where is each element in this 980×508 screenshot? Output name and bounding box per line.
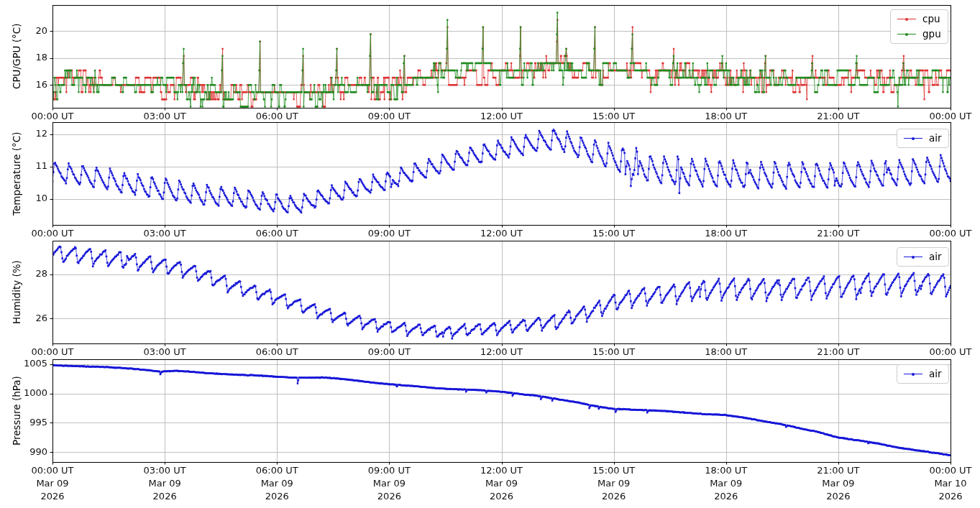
legend-entry-air: air: [904, 367, 942, 381]
legend-label-air: air: [929, 250, 942, 264]
legend-line-air: [904, 257, 922, 257]
legend-marker-cpu-icon: [905, 18, 909, 22]
legend-entry-air: air: [904, 250, 942, 264]
legend-label-air: air: [929, 367, 942, 381]
legend-entry-gpu: gpu: [897, 27, 941, 41]
legend-label-cpu: cpu: [922, 12, 940, 26]
y-axis-label-humidity: Humidity (%): [11, 241, 27, 343]
legend-temperature: air: [897, 129, 949, 148]
legend-label-gpu: gpu: [922, 27, 941, 41]
chart-canvas: [0, 0, 980, 508]
legend-entry-cpu: cpu: [897, 12, 941, 26]
y-axis-label-pressure: Pressure (hPa): [11, 359, 27, 462]
legend-marker-air-icon: [912, 256, 915, 259]
legend-line-gpu: [897, 34, 916, 34]
legend-marker-air-icon: [912, 373, 915, 377]
legend-line-air: [904, 138, 922, 139]
legend-marker-air-icon: [912, 137, 915, 141]
legend-marker-gpu-icon: [905, 33, 909, 37]
y-axis-label-temperature: Temperature (°C): [11, 122, 27, 225]
figure: CPU/GPU (°C) Temperature (°C) Humidity (…: [0, 0, 980, 508]
legend-pressure: air: [897, 364, 949, 384]
legend-entry-air: air: [904, 131, 942, 145]
legend-line-cpu: [897, 19, 916, 19]
y-axis-label-cpu-gpu: CPU/GPU (°C): [11, 5, 27, 108]
legend-line-air: [904, 374, 922, 374]
legend-label-air: air: [929, 131, 942, 145]
legend-humidity: air: [897, 247, 949, 267]
legend-cpu-gpu: cpu gpu: [890, 9, 948, 44]
